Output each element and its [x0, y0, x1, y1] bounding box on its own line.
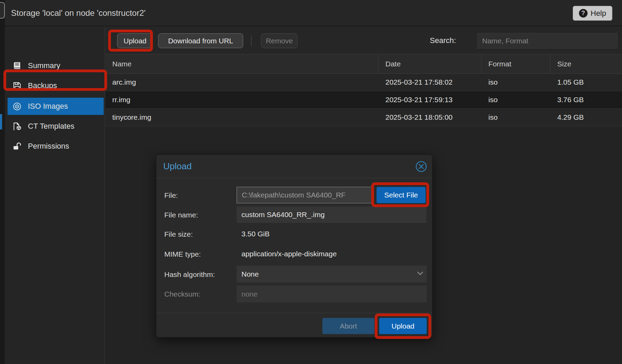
checksum-label: Checksum: — [164, 290, 200, 298]
hash-algorithm-select[interactable]: None — [237, 266, 427, 282]
select-file-button[interactable]: Select File — [376, 187, 426, 203]
help-icon: ? — [579, 9, 588, 18]
table-header-row: Name Date Format Size — [105, 54, 622, 74]
dialog-title: Upload — [163, 155, 191, 178]
dialog-header-separator — [156, 178, 432, 178]
toolbar: Upload Download from URL Remove Search: … — [105, 26, 622, 54]
cell-format: iso — [481, 91, 550, 108]
column-header-format[interactable]: Format — [481, 54, 550, 74]
cell-size: 1.05 GB — [550, 74, 622, 91]
left-edge-strip — [0, 0, 5, 364]
column-header-date[interactable]: Date — [379, 54, 481, 74]
cell-size: 3.76 GB — [550, 91, 622, 108]
lock-open-icon — [12, 142, 22, 151]
column-header-size[interactable]: Size — [550, 54, 622, 74]
cell-date: 2025-03-21 18:05:00 — [379, 109, 481, 126]
dialog-footer-separator — [156, 313, 432, 313]
file-size-value: 3.50 GiB — [241, 226, 270, 242]
sidebar-item-label: Permissions — [28, 142, 69, 151]
file-label: File: — [164, 191, 178, 200]
file-name-label: File name: — [164, 211, 198, 219]
cell-size: 4.29 GB — [550, 109, 622, 126]
sidebar-item-permissions[interactable]: Permissions — [8, 138, 104, 155]
file-size-label: File size: — [164, 230, 193, 238]
table-row[interactable]: rr.img 2025-03-21 17:59:13 iso 3.76 GB — [105, 91, 622, 109]
table-row[interactable]: tinycore.img 2025-03-21 18:05:00 iso 4.2… — [105, 109, 622, 126]
hash-algorithm-label: Hash algorithm: — [164, 270, 215, 279]
disc-icon — [12, 102, 22, 111]
sidebar-item-ct-templates[interactable]: CT Templates — [8, 118, 104, 135]
search-input[interactable]: Name, Format — [477, 33, 618, 49]
sidebar-item-backups[interactable]: Backups — [8, 77, 104, 94]
column-header-name[interactable]: Name — [105, 54, 379, 74]
sidebar-item-iso-images[interactable]: ISO Images — [8, 98, 104, 115]
sidebar: Summary Backups ISO Images — [5, 26, 105, 364]
table-row[interactable]: arc.img 2025-03-21 17:58:02 iso 1.05 GB — [105, 74, 622, 91]
abort-button[interactable]: Abort — [322, 318, 374, 334]
remove-button[interactable]: Remove — [261, 33, 298, 48]
cell-name: rr.img — [105, 91, 379, 108]
close-icon[interactable] — [415, 160, 428, 173]
sidebar-item-label: ISO Images — [28, 102, 68, 111]
floppy-icon — [12, 81, 22, 90]
dialog-upload-button[interactable]: Upload — [379, 318, 427, 334]
proxmox-storage-screen: Storage 'local' on node 'constructor2' ?… — [0, 0, 622, 364]
tree-selection-sliver — [0, 114, 2, 129]
file-name-input[interactable]: custom SA6400_RR_.img — [237, 206, 426, 223]
checksum-input[interactable]: none — [237, 286, 427, 302]
toolbar-separator — [251, 35, 251, 46]
sidebar-item-label: Backups — [28, 81, 57, 90]
mime-type-value: application/x-apple-diskimage — [241, 246, 337, 262]
page-title: Storage 'local' on node 'constructor2' — [11, 0, 146, 26]
sidebar-item-label: Summary — [28, 61, 60, 70]
file-path-input[interactable]: C:\fakepath\custom SA6400_RF — [237, 187, 372, 203]
sidebar-item-summary[interactable]: Summary — [8, 57, 104, 74]
cell-format: iso — [481, 109, 550, 126]
cell-name: arc.img — [105, 74, 379, 91]
title-bar: Storage 'local' on node 'constructor2' ?… — [5, 0, 622, 26]
cell-date: 2025-03-21 17:59:13 — [379, 91, 481, 108]
mime-type-label: MIME type: — [164, 250, 201, 258]
upload-button[interactable]: Upload — [117, 33, 153, 48]
download-from-url-button[interactable]: Download from URL — [158, 33, 243, 48]
cell-date: 2025-03-21 17:58:02 — [379, 74, 481, 91]
chevron-down-icon — [417, 271, 424, 276]
help-button-label: Help — [591, 9, 606, 18]
upload-dialog: Upload File: C:\fakepath\custom SA6400_R… — [156, 154, 433, 338]
file-cube-icon — [12, 122, 22, 131]
sidebar-item-label: CT Templates — [28, 122, 74, 131]
iso-images-table: Name Date Format Size arc.img 2025-03-21… — [105, 54, 622, 126]
cell-name: tinycore.img — [105, 109, 379, 126]
help-button[interactable]: ? Help — [573, 6, 612, 21]
partial-panel-tab — [0, 2, 5, 19]
cell-format: iso — [481, 74, 550, 91]
search-label: Search: — [430, 26, 456, 54]
book-icon — [12, 61, 22, 71]
